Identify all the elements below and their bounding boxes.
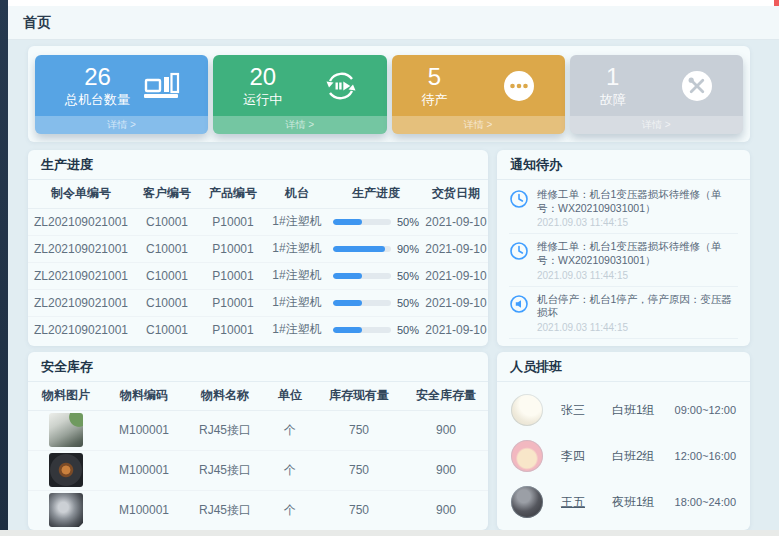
notification-time: 2021.09.03 11:44:15	[537, 217, 738, 228]
notification-item[interactable]: 维修工单：机台1变压器损坏待维修（单号：WX202109031001） 2021…	[509, 182, 738, 234]
cell-material-name: RJ45接口	[184, 490, 266, 530]
progress-bar	[333, 327, 362, 333]
column-header: 物料编码	[104, 382, 184, 410]
cell-due-date: 2021-09-10	[424, 208, 488, 235]
card-value: 26	[65, 63, 130, 91]
notification-item[interactable]: 计划暂停：机台1生产计划已暂停 2021.09.03 11:44:15	[509, 339, 738, 346]
table-row: M100001 RJ45接口 个 750 900	[28, 450, 488, 490]
cell-customer: C10001	[134, 289, 200, 316]
progress-track	[333, 273, 391, 279]
tools-icon	[677, 69, 717, 103]
progress-label: 50%	[397, 216, 419, 228]
schedule-row: 李四 白班2组 12:00~16:00	[511, 433, 736, 479]
speaker-icon	[509, 293, 529, 333]
production-progress-panel: 生产进度 制令单编号 客户编号 产品编号 机台 生产进度 交货日期 ZL2021…	[28, 150, 488, 346]
table-row: ZL202109021001 C10001 P10001 1#注塑机 50% 2…	[28, 289, 488, 316]
notification-text: 计划暂停：机台1生产计划已暂停	[537, 345, 690, 346]
progress-label: 50%	[397, 270, 419, 282]
schedule-row: 张三 白班1组 09:00~12:00	[511, 387, 736, 433]
card-detail-link[interactable]: 详情 >	[392, 116, 565, 134]
card-pending[interactable]: 5 待产 详情 >	[392, 55, 565, 134]
schedule-row: 王五 夜班1组 18:00~24:00	[511, 479, 736, 525]
notification-item[interactable]: 维修工单：机台1变压器损坏待维修（单号：WX202109031001） 2021…	[509, 234, 738, 286]
card-detail-link[interactable]: 详情 >	[35, 116, 208, 134]
cell-due-date: 2021-09-10	[424, 316, 488, 343]
notification-text: 维修工单：机台1变压器损坏待维修（单号：WX202109031001）	[537, 188, 738, 215]
table-row: M100001 RJ45接口 个 750 900	[28, 410, 488, 450]
column-header: 产品编号	[200, 180, 266, 208]
cell-product: P10001	[200, 235, 266, 262]
cell-product: P10001	[200, 289, 266, 316]
cell-material-name: RJ45接口	[184, 410, 266, 450]
cell-order-no: ZL202109021001	[28, 316, 134, 343]
column-header: 机台	[266, 180, 328, 208]
progress-label: 50%	[397, 297, 419, 309]
cell-unit: 个	[266, 490, 314, 530]
notification-item[interactable]: 机台停产：机台1停产，停产原因：变压器损坏 2021.09.03 11:44:1…	[509, 287, 738, 339]
card-fault[interactable]: 1 故障 详情 >	[570, 55, 743, 134]
material-image-speaker	[49, 493, 83, 527]
table-row: ZL202109021001 C10001 P10001 1#注塑机 50% 2…	[28, 208, 488, 235]
cell-stock-qty: 750	[314, 450, 404, 490]
table-row: M100001 RJ45接口 个 750 900	[28, 490, 488, 530]
left-sidebar-sliver	[0, 0, 8, 531]
clock-icon	[509, 188, 529, 228]
cell-safety-qty: 900	[404, 490, 488, 530]
machine-icon	[142, 69, 182, 103]
table-row: ZL202109021001 C10001 P10001 1#注塑机 50% 2…	[28, 262, 488, 289]
personnel-schedule-panel: 人员排班 张三 白班1组 09:00~12:00 李四 白班2组 12:00~1…	[497, 352, 750, 530]
material-image-speaker	[49, 453, 83, 487]
cell-machine: 1#注塑机	[266, 316, 328, 343]
card-value: 1	[600, 63, 626, 91]
cell-material-name: RJ45接口	[184, 450, 266, 490]
card-label: 故障	[600, 91, 626, 109]
cell-stock-qty: 750	[314, 490, 404, 530]
material-image-rj45	[49, 413, 83, 447]
notification-time: 2021.09.03 11:44:15	[537, 270, 738, 281]
cell-material-code: M100001	[104, 410, 184, 450]
progress-bar	[333, 246, 385, 252]
page-title[interactable]: 首页	[23, 14, 51, 32]
shift-label: 白班2组	[612, 448, 675, 465]
column-header: 生产进度	[328, 180, 424, 208]
cell-order-no: ZL202109021001	[28, 235, 134, 262]
column-header: 制令单编号	[28, 180, 134, 208]
progress-bar	[333, 219, 362, 225]
cell-customer: C10001	[134, 316, 200, 343]
card-total-machines[interactable]: 26 总机台数量 详情 >	[35, 55, 208, 134]
column-header: 交货日期	[424, 180, 488, 208]
card-running[interactable]: 20 运行中 详情 >	[213, 55, 386, 134]
cell-order-no: ZL202109021001	[28, 208, 134, 235]
progress-track	[333, 300, 391, 306]
cell-customer: C10001	[134, 208, 200, 235]
header-bar: 首页	[8, 6, 779, 40]
column-header: 安全库存量	[404, 382, 488, 410]
shift-time: 09:00~12:00	[675, 404, 736, 416]
ellipsis-icon	[499, 69, 539, 103]
cell-customer: C10001	[134, 262, 200, 289]
speaker-icon	[509, 345, 529, 346]
avatar	[511, 486, 543, 518]
cell-unit: 个	[266, 450, 314, 490]
card-value: 20	[243, 63, 282, 91]
cell-machine: 1#注塑机	[266, 262, 328, 289]
shift-time: 12:00~16:00	[675, 450, 736, 462]
notification-time: 2021.09.03 11:44:15	[537, 322, 738, 333]
progress-track	[333, 246, 391, 252]
panel-title: 生产进度	[28, 150, 488, 180]
card-detail-link[interactable]: 详情 >	[213, 116, 386, 134]
avatar	[511, 394, 543, 426]
notification-text: 维修工单：机台1变压器损坏待维修（单号：WX202109031001）	[537, 240, 738, 267]
cell-safety-qty: 900	[404, 410, 488, 450]
progress-bar	[333, 273, 362, 279]
cell-unit: 个	[266, 410, 314, 450]
card-detail-link[interactable]: 详情 >	[570, 116, 743, 134]
progress-track	[333, 219, 391, 225]
cell-due-date: 2021-09-10	[424, 289, 488, 316]
card-label: 待产	[422, 91, 448, 109]
person-name: 王五	[561, 494, 612, 511]
cell-material-code: M100001	[104, 450, 184, 490]
cell-machine: 1#注塑机	[266, 208, 328, 235]
progress-label: 90%	[397, 243, 419, 255]
cell-material-code: M100001	[104, 490, 184, 530]
